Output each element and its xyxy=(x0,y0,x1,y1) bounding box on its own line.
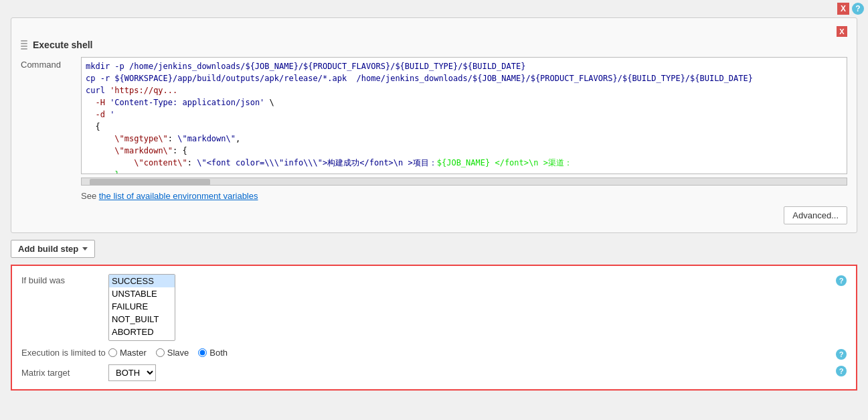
status-option-unstable[interactable]: UNSTABLE xyxy=(109,287,175,300)
drag-handle[interactable] xyxy=(21,40,27,50)
status-option-failure[interactable]: FAILURE xyxy=(109,300,175,313)
scrollbar-thumb xyxy=(90,179,210,186)
command-row: Command mkdir -p /home/jenkins_downloads… xyxy=(21,57,847,174)
matrix-help-icon[interactable]: ? xyxy=(836,366,847,376)
radio-slave-label[interactable]: Slave xyxy=(156,348,189,358)
execution-radio-group: Master Slave Both xyxy=(108,348,228,358)
top-close-button[interactable]: X xyxy=(837,3,849,15)
matrix-select[interactable]: BOTH xyxy=(108,364,156,381)
matrix-label: Matrix target xyxy=(21,368,108,378)
advanced-button[interactable]: Advanced... xyxy=(784,206,847,224)
env-link-row: See the list of available environment va… xyxy=(81,191,847,201)
radio-slave-text: Slave xyxy=(167,348,189,358)
radio-slave[interactable] xyxy=(156,348,165,357)
env-link[interactable]: the list of available environment variab… xyxy=(99,191,258,201)
build-status-listbox[interactable]: SUCCESS UNSTABLE FAILURE NOT_BUILT ABORT… xyxy=(108,274,175,341)
execution-row: Execution is limited to Master Slave Bot… xyxy=(21,348,847,358)
command-editor[interactable]: mkdir -p /home/jenkins_downloads/${JOB_N… xyxy=(81,57,847,174)
command-label: Command xyxy=(21,57,81,70)
status-option-aborted[interactable]: ABORTED xyxy=(109,326,175,338)
add-build-step-button[interactable]: Add build step xyxy=(11,240,95,258)
radio-both-text: Both xyxy=(209,348,228,358)
execution-label: Execution is limited to xyxy=(21,348,108,358)
status-option-success[interactable]: SUCCESS xyxy=(109,275,175,287)
post-build-panel: If build was SUCCESS UNSTABLE FAILURE NO… xyxy=(11,265,857,391)
top-help-button[interactable]: ? xyxy=(852,3,864,15)
radio-master-label[interactable]: Master xyxy=(108,348,147,358)
status-option-not-built[interactable]: NOT_BUILT xyxy=(109,313,175,326)
radio-both-label[interactable]: Both xyxy=(198,348,228,358)
execute-shell-close-button[interactable]: X xyxy=(837,26,847,37)
if-build-label: If build was xyxy=(21,274,108,285)
execute-shell-panel: X Execute shell Command mkdir -p /home/j… xyxy=(11,17,857,233)
matrix-row: Matrix target BOTH ? xyxy=(21,364,847,381)
radio-master-text: Master xyxy=(120,348,147,358)
if-build-help-icon[interactable]: ? xyxy=(836,275,847,286)
execute-shell-title: Execute shell xyxy=(21,40,847,50)
if-build-row: If build was SUCCESS UNSTABLE FAILURE NO… xyxy=(21,274,847,341)
execution-help-icon[interactable]: ? xyxy=(836,349,847,360)
main-wrapper: X Execute shell Command mkdir -p /home/j… xyxy=(0,15,868,397)
add-build-step-area: Add build step xyxy=(11,240,857,258)
command-scrollbar[interactable] xyxy=(81,178,847,186)
advanced-row: Advanced... xyxy=(21,206,847,224)
radio-master[interactable] xyxy=(108,348,117,357)
dropdown-arrow-icon xyxy=(82,247,88,251)
radio-both[interactable] xyxy=(198,348,207,357)
top-bar: X ? xyxy=(0,0,868,15)
